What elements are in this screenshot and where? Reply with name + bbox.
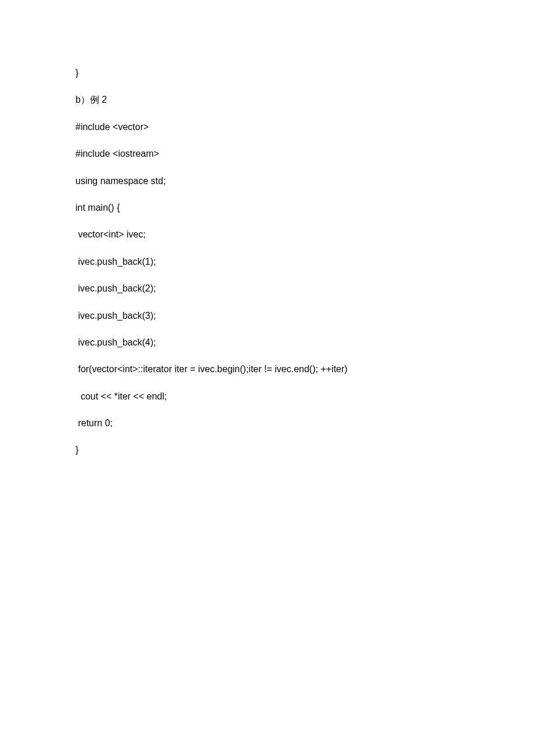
- code-line: using namespace std;: [75, 175, 459, 188]
- code-block: } b）例 2 #include <vector> #include <iost…: [75, 67, 459, 457]
- code-line: cout << *iter << endl;: [75, 390, 459, 403]
- code-line: ivec.push_back(2);: [75, 282, 459, 295]
- code-line: ivec.push_back(1);: [75, 255, 459, 268]
- code-line: }: [75, 444, 459, 456]
- code-line: #include <iostream>: [75, 147, 459, 160]
- code-line: #include <vector>: [75, 121, 459, 134]
- code-line: return 0;: [75, 417, 459, 430]
- code-line: ivec.push_back(4);: [75, 336, 459, 349]
- code-line: b）例 2: [75, 93, 459, 106]
- code-line: vector<int> ivec;: [75, 228, 459, 241]
- code-line: for(vector<int>::iterator iter = ivec.be…: [75, 363, 459, 376]
- code-line: ivec.push_back(3);: [75, 309, 459, 322]
- code-line: int main() {: [75, 201, 459, 214]
- code-line: }: [75, 67, 459, 80]
